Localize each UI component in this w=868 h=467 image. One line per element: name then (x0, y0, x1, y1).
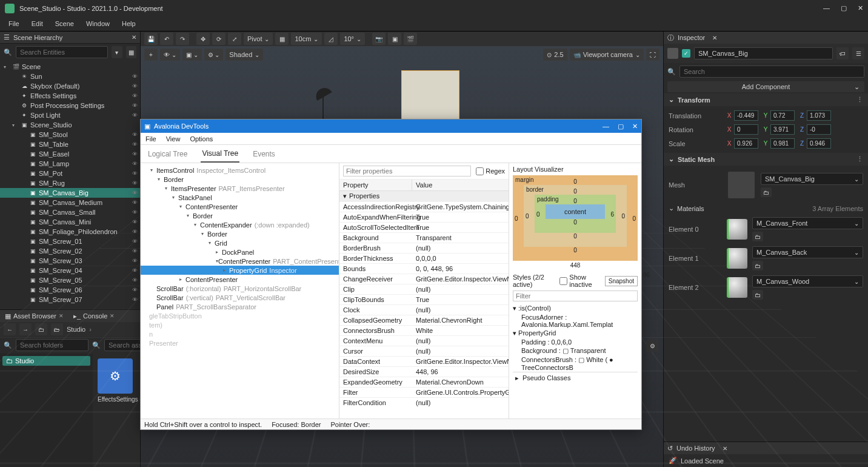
x-input[interactable] (734, 124, 758, 135)
tree-item[interactable]: ▣SM_Canvas_Medium👁 (0, 198, 140, 207)
move-tool[interactable]: ✥ (196, 33, 210, 45)
tree-item[interactable]: ⚙Post Processing Settings👁 (0, 101, 140, 110)
property-row[interactable]: Bounds0, 0, 448, 96 (339, 263, 509, 274)
dt-tree-item[interactable]: ▾Border (141, 229, 339, 238)
property-row[interactable]: BorderThickness0,0,0,0 (339, 253, 509, 263)
dt-tree-item[interactable]: ▸PropertyGridInspector (141, 266, 339, 275)
material-dropdown[interactable]: M_Canvas_Wood (752, 275, 863, 287)
property-row[interactable]: DataContextGritGene.Editor.Inspector.Vie… (339, 356, 509, 366)
undo-button[interactable]: ↶ (160, 33, 173, 45)
snapshot-button[interactable]: Snapshot (605, 276, 638, 286)
vis-dropdown[interactable]: 👁 ⌄ (160, 49, 180, 61)
dt-tree-item[interactable]: ▾StackPanel (141, 193, 339, 202)
dt-close-button[interactable]: ✕ (632, 123, 638, 130)
tree-item[interactable]: ▣SM_Table👁 (0, 139, 140, 149)
y-input[interactable] (770, 138, 795, 149)
material-dropdown[interactable]: M_Canvas_Front (752, 217, 863, 229)
dt-tree-item[interactable]: ▾ItemsPresenterPART_ItemsPresenter (141, 184, 339, 193)
style-row[interactable]: ConnectorsBrush : ▢ White ( ● TreeConnec… (521, 355, 638, 372)
viewport-plus-button[interactable]: + (144, 49, 158, 61)
dt-menu-view[interactable]: View (166, 135, 181, 143)
property-row[interactable]: AutoExpandWhenFilteringTrue (339, 212, 509, 222)
menu-help[interactable]: Help (122, 20, 136, 27)
style-row[interactable]: Padding : 0,0,6,0 (521, 338, 638, 346)
dt-tree-item[interactable]: ▾ContentExpander(:down :expanded) (141, 220, 339, 229)
dt-tree-item[interactable]: ScrollBar(:vertical)PART_VerticalScrollB… (141, 293, 339, 302)
dt-tree-item[interactable]: ▾ContentPresenterPART_ContentPresenter (141, 257, 339, 266)
style-row[interactable]: ▾ PropertyGrid (513, 329, 638, 338)
snap-angle-button[interactable]: ◿ (324, 33, 338, 45)
dt-tree-item[interactable]: ▸ContentPresenter (141, 275, 339, 284)
dt-tree-item[interactable]: PanelPART_ScrollBarsSeparator (141, 302, 339, 311)
filter-button[interactable]: ▾ (112, 46, 122, 58)
close-button[interactable]: ✕ (858, 4, 863, 12)
dt-menu-file[interactable]: File (145, 135, 156, 143)
dt-tab[interactable]: Visual Tree (201, 146, 239, 163)
material-browse-button[interactable]: 🗀 (752, 232, 763, 241)
x-input[interactable] (734, 138, 758, 149)
x-input[interactable] (734, 110, 758, 121)
dt-maximize-button[interactable]: ▢ (618, 123, 624, 130)
dt-tree-item[interactable]: ▾ItemsControlInspector_ItemsControl (141, 166, 339, 175)
dt-tree-item[interactable]: ▾Grid (141, 238, 339, 247)
material-dropdown[interactable]: M_Canvas_Back (752, 246, 863, 258)
rotate-tool[interactable]: ⟳ (212, 33, 225, 45)
inspector-search-input[interactable] (679, 66, 864, 78)
inspector-close-icon[interactable]: ✕ (712, 35, 717, 41)
tree-item[interactable]: ▣SM_Rug👁 (0, 178, 140, 188)
camera-button[interactable]: 📷 (372, 33, 386, 45)
property-row[interactable]: Clock(null) (339, 304, 509, 315)
z-input[interactable] (807, 124, 831, 135)
dt-tab[interactable]: Logical Tree (147, 146, 189, 162)
tree-item[interactable]: ▣SM_Pot👁 (0, 169, 140, 178)
pivot-select[interactable]: Pivot ⌄ (244, 33, 273, 45)
menu-scene[interactable]: Scene (55, 20, 74, 27)
menu-file[interactable]: File (8, 20, 19, 27)
dt-tree-item[interactable]: ▾ContentPresenter (141, 202, 339, 211)
y-input[interactable] (770, 124, 795, 135)
z-input[interactable] (807, 138, 831, 149)
tree-item[interactable]: ☁Skybox (Default)👁 (0, 81, 140, 91)
style-row[interactable]: ▾ :is(Control) (513, 304, 638, 313)
minimize-button[interactable]: — (823, 4, 830, 12)
property-row[interactable]: ChangeReceiverGritGene.Editor.Inspector.… (339, 274, 509, 284)
tree-item[interactable]: ▾▣Scene_Studio (0, 120, 140, 130)
filter-properties-input[interactable] (343, 166, 471, 176)
transform-section-header[interactable]: ⌄ Transform ⋮ (664, 93, 868, 106)
shading-select[interactable]: Shaded ⌄ (225, 49, 263, 61)
tree-item[interactable]: ▣SM_Canvas_Big👁 (0, 188, 140, 198)
property-row[interactable]: ExpandedGeometryMaterial.ChevronDown (339, 377, 509, 387)
pseudo-classes-row[interactable]: ▸Pseudo Classes (513, 372, 638, 384)
object-name-input[interactable] (694, 47, 833, 59)
mesh-browse-button[interactable]: 🗀 (761, 187, 772, 197)
show-inactive-checkbox[interactable]: Show inactive (559, 274, 601, 288)
tree-item[interactable]: ▾🎬Scene (0, 62, 140, 72)
tree-item[interactable]: ▣SM_Lamp👁 (0, 159, 140, 169)
property-row[interactable]: FilterCondition(null) (339, 397, 509, 408)
dt-tree-item[interactable]: ▾Border (141, 211, 339, 220)
tree-item[interactable]: ✦Effects Settings👁 (0, 91, 140, 101)
viewport-settings-button[interactable]: ⚙ (646, 340, 658, 352)
redo-button[interactable]: ↷ (176, 33, 189, 45)
scale-tool[interactable]: ⤢ (228, 33, 241, 45)
snap-grid-button[interactable]: ▦ (275, 33, 289, 45)
property-row[interactable]: ConnectorsBrushWhite (339, 325, 509, 335)
dt-tree-item[interactable]: gleTabStripButton (141, 311, 339, 320)
label-tag-button[interactable]: 🏷 (836, 47, 849, 59)
property-row[interactable]: Clip(null) (339, 284, 509, 294)
grid-size-select[interactable]: 10cm ⌄ (291, 33, 322, 45)
property-row[interactable]: ContextMenu(null) (339, 335, 509, 346)
property-row[interactable]: FilterGritGene.UI.Controls.PropertyGrid.… (339, 387, 509, 397)
object-enabled-checkbox[interactable]: ✓ (682, 49, 690, 58)
save-button[interactable]: 💾 (144, 33, 158, 45)
gear-dropdown[interactable]: ⚙ ⌄ (204, 49, 224, 61)
property-row[interactable]: AccessIndirectionRegistryGritGene.TypeSy… (339, 201, 509, 212)
property-row[interactable]: Cursor(null) (339, 346, 509, 356)
property-row[interactable]: AutoScrollToSelectedItemTrue (339, 222, 509, 232)
dt-tree-item[interactable]: ▸DockPanel (141, 247, 339, 257)
section-menu-icon[interactable]: ⋮ (856, 155, 863, 163)
panel-close-icon[interactable]: ✕ (132, 34, 136, 41)
options-button[interactable]: ▦ (126, 46, 137, 58)
tree-item[interactable]: ☀Sun👁 (0, 72, 140, 81)
angle-select[interactable]: 10° ⌄ (340, 33, 365, 45)
